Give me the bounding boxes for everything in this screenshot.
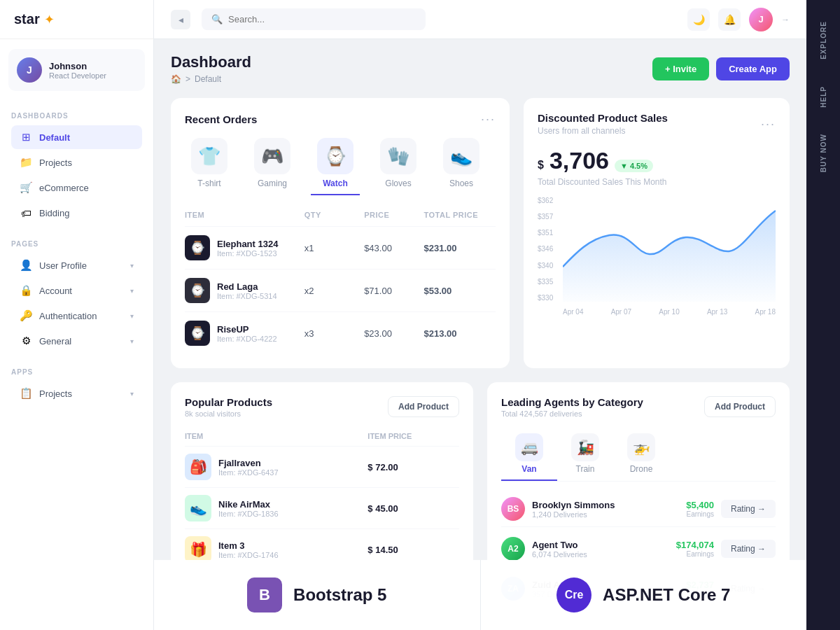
sidebar-item-apps-projects[interactable]: 📋 Projects ▾ <box>11 382 142 405</box>
agent-rating-button-1[interactable]: Rating → <box>721 500 776 518</box>
page-content: Dashboard 🏠 > Default + Invite Create Ap… <box>154 39 806 630</box>
explore-button[interactable]: Explore <box>816 11 832 69</box>
breadcrumb-current: Default <box>195 74 221 84</box>
category-watch[interactable]: ⌚ Watch <box>311 138 360 195</box>
sidebar-item-projects[interactable]: 📁 Projects <box>11 150 142 174</box>
create-app-button[interactable]: Create App <box>716 57 790 80</box>
product-sku-1: Item: #XDG-6437 <box>218 468 279 477</box>
notification-icon[interactable]: 🔔 <box>718 8 741 31</box>
bootstrap-promo: B Bootstrap 5 <box>154 560 481 630</box>
agent-earnings-label-1: Earnings <box>665 510 714 518</box>
user-name: Johnson <box>49 61 106 71</box>
sidebar-item-user-profile[interactable]: 👤 User Profile ▾ <box>11 253 142 277</box>
sidebar-item-default[interactable]: ⊞ Default <box>11 125 142 149</box>
tag-icon: 🏷 <box>20 206 32 219</box>
sidebar-item-bidding[interactable]: 🏷 Bidding <box>11 201 142 225</box>
topbar-avatar[interactable]: J <box>749 8 773 31</box>
asp-icon: Cre <box>556 578 592 612</box>
order-total-1: $231.00 <box>424 243 496 253</box>
nav-label-projects: Projects <box>39 158 134 168</box>
product-sku-2: Item: #XDG-1836 <box>218 510 279 518</box>
orders-table: ITEM QTY PRICE TOTAL PRICE ⌚ Elephant 13… <box>185 206 496 354</box>
invite-button[interactable]: + Invite <box>652 57 709 80</box>
agent-name-1: Brooklyn Simmons <box>532 500 658 510</box>
theme-icon[interactable]: 🌙 <box>687 8 710 31</box>
add-product-button[interactable]: Add Product <box>388 396 459 417</box>
category-gloves[interactable]: 🧤 Gloves <box>374 138 423 195</box>
search-bar: 🔍 <box>202 8 426 30</box>
nav-pages: PAGES 👤 User Profile ▾ 🔒 Account ▾ 🔑 Aut… <box>0 229 153 357</box>
help-button[interactable]: Help <box>816 76 832 118</box>
orders-thead: ITEM QTY PRICE TOTAL PRICE <box>185 206 496 223</box>
chart-area: $362 $357 $351 $346 $340 $335 $330 <box>538 197 776 316</box>
order-total-3: $213.00 <box>424 328 496 339</box>
gloves-icon: 🧤 <box>380 138 416 174</box>
collapse-button[interactable]: ◂ <box>171 10 190 29</box>
product-price-2: $ 45.00 <box>368 503 459 514</box>
sidebar-item-authentication[interactable]: 🔑 Authentication ▾ <box>11 304 142 328</box>
van-icon: 🚐 <box>515 433 543 461</box>
transport-tab-train[interactable]: 🚂 Train <box>557 428 613 481</box>
sidebar-item-general[interactable]: ⚙ General ▾ <box>11 329 142 353</box>
col-price: PRICE <box>364 211 424 219</box>
product-img-1: 🎒 <box>185 454 211 480</box>
transport-tab-drone[interactable]: 🚁 Drone <box>613 428 669 481</box>
shoes-icon: 👟 <box>443 138 479 174</box>
bootstrap-icon: B <box>247 578 282 612</box>
order-img-3: ⌚ <box>185 321 210 346</box>
sales-number: 3,706 <box>550 147 609 174</box>
section-label-apps: APPS <box>11 368 142 376</box>
order-item-3: ⌚ RiseUP Item: #XDG-4222 <box>185 321 304 346</box>
category-tshirt[interactable]: 👕 T-shirt <box>185 138 234 195</box>
train-label: Train <box>576 464 595 474</box>
prod-col-item: ITEM <box>185 432 368 440</box>
drone-label: Drone <box>630 464 653 474</box>
key-icon: 🔑 <box>20 309 32 322</box>
search-input[interactable] <box>228 14 416 24</box>
drone-icon: 🚁 <box>627 433 655 461</box>
order-sku-2: Item: #XDG-5314 <box>217 292 277 300</box>
order-item-2: ⌚ Red Laga Item: #XDG-5314 <box>185 278 304 303</box>
chevron-down-icon-3: ▾ <box>130 312 134 320</box>
sidebar-item-ecommerce[interactable]: 🛒 eCommerce <box>11 176 142 200</box>
category-shoes[interactable]: 👟 Shoes <box>437 138 486 195</box>
cat-label-tshirt: T-shirt <box>197 178 220 188</box>
agents-add-product-button[interactable]: Add Product <box>704 396 776 417</box>
product-2: 👟 Nike AirMax Item: #XDG-1836 <box>185 495 368 522</box>
agent-earnings-label-2: Earnings <box>658 550 714 558</box>
transport-tab-van[interactable]: 🚐 Van <box>501 428 557 481</box>
user-info: Johnson React Developer <box>49 61 106 80</box>
orders-menu[interactable]: ··· <box>481 112 496 127</box>
buy-now-button[interactable]: Buy now <box>816 124 832 182</box>
user-card[interactable]: J Johnson React Developer <box>8 49 145 91</box>
page-header: Dashboard 🏠 > Default + Invite Create Ap… <box>171 53 790 84</box>
section-label-pages: PAGES <box>11 240 142 248</box>
product-1: 🎒 Fjallraven Item: #XDG-6437 <box>185 454 368 480</box>
breadcrumb-sep: > <box>186 74 190 84</box>
popular-title: Popular Products <box>185 396 272 408</box>
bootstrap-label: Bootstrap 5 <box>293 585 386 605</box>
chevron-down-icon: ▾ <box>130 262 134 270</box>
cards-row: Recent Orders ··· 👕 T-shirt 🎮 Gaming <box>171 98 790 368</box>
orders-title: Recent Orders <box>185 113 257 125</box>
category-gaming[interactable]: 🎮 Gaming <box>248 138 297 195</box>
sales-card-header: Discounted Product Sales Users from all … <box>538 112 776 136</box>
order-price-1: $43.00 <box>364 243 424 253</box>
user-icon: 👤 <box>20 259 32 272</box>
product-img-2: 👟 <box>185 495 211 522</box>
gear-icon: ⚙ <box>20 335 32 347</box>
sales-menu[interactable]: ··· <box>761 117 776 132</box>
agents-title: Leading Agents by Category <box>501 396 643 408</box>
sidebar-item-account[interactable]: 🔒 Account ▾ <box>11 279 142 302</box>
nav-label-bidding: Bidding <box>39 208 134 218</box>
order-item-1: ⌚ Elephant 1324 Item: #XDG-1523 <box>185 235 304 260</box>
avatar: J <box>17 57 42 83</box>
sales-dollar: $ <box>538 159 544 172</box>
order-sku-3: Item: #XDG-4222 <box>217 335 277 343</box>
nav-label-default: Default <box>39 132 134 143</box>
order-name-1: Elephant 1324 <box>217 239 278 249</box>
sales-desc: Total Discounted Sales This Month <box>538 177 776 187</box>
agent-rating-button-2[interactable]: Rating → <box>721 540 776 558</box>
order-img-2: ⌚ <box>185 278 210 303</box>
cart-icon: 🛒 <box>20 181 32 194</box>
